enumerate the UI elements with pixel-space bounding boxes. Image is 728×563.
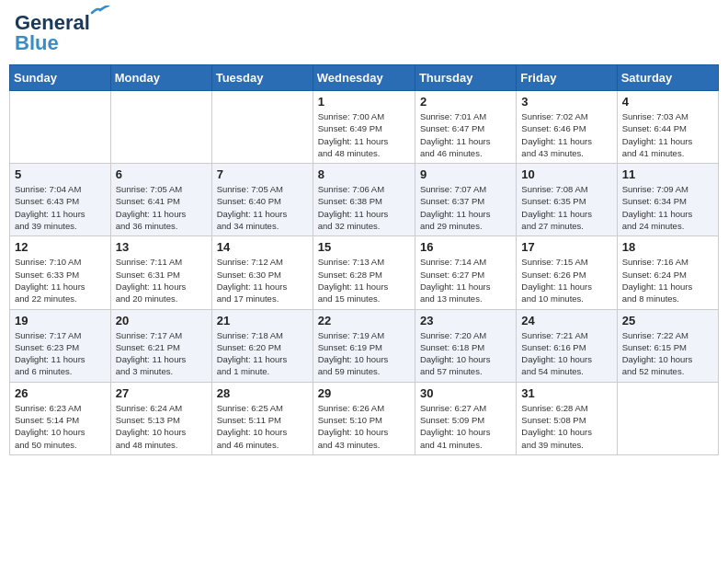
- logo: General Blue: [15, 13, 90, 53]
- calendar-cell: [10, 91, 111, 164]
- day-number: 10: [521, 167, 611, 181]
- day-info: Sunrise: 7:09 AM Sunset: 6:34 PM Dayligh…: [622, 183, 713, 232]
- page-header: General Blue: [9, 9, 719, 57]
- calendar-cell: 23Sunrise: 7:20 AM Sunset: 6:18 PM Dayli…: [415, 309, 516, 382]
- day-number: 21: [217, 314, 308, 327]
- calendar-cell: 19Sunrise: 7:17 AM Sunset: 6:23 PM Dayli…: [10, 309, 111, 382]
- calendar-week-row: 5Sunrise: 7:04 AM Sunset: 6:43 PM Daylig…: [10, 164, 719, 236]
- day-info: Sunrise: 7:19 AM Sunset: 6:19 PM Dayligh…: [318, 329, 410, 378]
- day-number: 31: [521, 386, 611, 400]
- calendar-cell: 3Sunrise: 7:02 AM Sunset: 6:46 PM Daylig…: [517, 91, 617, 164]
- day-info: Sunrise: 7:16 AM Sunset: 6:24 PM Dayligh…: [622, 256, 713, 304]
- day-number: 26: [15, 386, 106, 400]
- calendar-cell: 20Sunrise: 7:17 AM Sunset: 6:21 PM Dayli…: [110, 309, 211, 382]
- day-info: Sunrise: 7:03 AM Sunset: 6:44 PM Dayligh…: [622, 110, 713, 159]
- calendar-cell: 22Sunrise: 7:19 AM Sunset: 6:19 PM Dayli…: [313, 309, 415, 382]
- day-info: Sunrise: 7:07 AM Sunset: 6:37 PM Dayligh…: [420, 183, 511, 232]
- day-info: Sunrise: 6:25 AM Sunset: 5:11 PM Dayligh…: [217, 402, 308, 451]
- weekday-header: Thursday: [415, 65, 516, 91]
- day-info: Sunrise: 7:05 AM Sunset: 6:41 PM Dayligh…: [116, 183, 207, 232]
- day-info: Sunrise: 7:00 AM Sunset: 6:49 PM Dayligh…: [318, 110, 410, 159]
- day-number: 22: [318, 314, 410, 327]
- day-number: 13: [116, 240, 207, 254]
- day-info: Sunrise: 7:05 AM Sunset: 6:40 PM Dayligh…: [217, 183, 308, 232]
- day-number: 5: [15, 167, 106, 181]
- day-number: 14: [217, 240, 308, 254]
- calendar-cell: 12Sunrise: 7:10 AM Sunset: 6:33 PM Dayli…: [10, 236, 111, 309]
- day-info: Sunrise: 7:21 AM Sunset: 6:16 PM Dayligh…: [521, 329, 611, 378]
- day-number: 11: [622, 167, 713, 181]
- weekday-header: Sunday: [10, 65, 111, 91]
- calendar-cell: 4Sunrise: 7:03 AM Sunset: 6:44 PM Daylig…: [617, 91, 718, 164]
- calendar-cell: 21Sunrise: 7:18 AM Sunset: 6:20 PM Dayli…: [211, 309, 313, 382]
- calendar-cell: 28Sunrise: 6:25 AM Sunset: 5:11 PM Dayli…: [211, 382, 313, 454]
- day-info: Sunrise: 7:08 AM Sunset: 6:35 PM Dayligh…: [521, 183, 611, 232]
- calendar-cell: 2Sunrise: 7:01 AM Sunset: 6:47 PM Daylig…: [415, 91, 516, 164]
- day-number: 6: [116, 167, 207, 181]
- calendar-header-row: SundayMondayTuesdayWednesdayThursdayFrid…: [10, 65, 719, 91]
- calendar-week-row: 12Sunrise: 7:10 AM Sunset: 6:33 PM Dayli…: [10, 236, 719, 309]
- calendar-cell: 10Sunrise: 7:08 AM Sunset: 6:35 PM Dayli…: [517, 164, 617, 236]
- calendar-table: SundayMondayTuesdayWednesdayThursdayFrid…: [9, 64, 719, 455]
- logo-blue: Blue: [15, 33, 59, 53]
- calendar-cell: 26Sunrise: 6:23 AM Sunset: 5:14 PM Dayli…: [10, 382, 111, 454]
- calendar-cell: 13Sunrise: 7:11 AM Sunset: 6:31 PM Dayli…: [110, 236, 211, 309]
- weekday-header: Friday: [517, 65, 617, 91]
- day-number: 4: [622, 95, 713, 109]
- day-number: 8: [318, 167, 410, 181]
- day-info: Sunrise: 6:26 AM Sunset: 5:10 PM Dayligh…: [318, 402, 410, 451]
- calendar-cell: 27Sunrise: 6:24 AM Sunset: 5:13 PM Dayli…: [110, 382, 211, 454]
- day-info: Sunrise: 7:17 AM Sunset: 6:21 PM Dayligh…: [116, 329, 207, 378]
- day-info: Sunrise: 7:14 AM Sunset: 6:27 PM Dayligh…: [420, 256, 511, 304]
- weekday-header: Monday: [110, 65, 211, 91]
- day-info: Sunrise: 6:23 AM Sunset: 5:14 PM Dayligh…: [15, 402, 106, 451]
- day-number: 28: [217, 386, 308, 400]
- day-number: 19: [15, 314, 106, 327]
- day-info: Sunrise: 6:27 AM Sunset: 5:09 PM Dayligh…: [420, 402, 511, 451]
- day-info: Sunrise: 6:28 AM Sunset: 5:08 PM Dayligh…: [521, 402, 611, 451]
- calendar-cell: 1Sunrise: 7:00 AM Sunset: 6:49 PM Daylig…: [313, 91, 415, 164]
- day-number: 30: [420, 386, 511, 400]
- day-number: 24: [521, 314, 611, 327]
- day-info: Sunrise: 6:24 AM Sunset: 5:13 PM Dayligh…: [116, 402, 207, 451]
- calendar-cell: 5Sunrise: 7:04 AM Sunset: 6:43 PM Daylig…: [10, 164, 111, 236]
- day-info: Sunrise: 7:13 AM Sunset: 6:28 PM Dayligh…: [318, 256, 410, 304]
- day-number: 23: [420, 314, 511, 327]
- day-info: Sunrise: 7:22 AM Sunset: 6:15 PM Dayligh…: [622, 329, 713, 378]
- logo-general: General: [15, 11, 90, 34]
- day-number: 9: [420, 167, 511, 181]
- calendar-cell: 31Sunrise: 6:28 AM Sunset: 5:08 PM Dayli…: [517, 382, 617, 454]
- calendar-cell: 9Sunrise: 7:07 AM Sunset: 6:37 PM Daylig…: [415, 164, 516, 236]
- calendar-cell: 14Sunrise: 7:12 AM Sunset: 6:30 PM Dayli…: [211, 236, 313, 309]
- calendar-cell: [110, 91, 211, 164]
- day-number: 12: [15, 240, 106, 254]
- calendar-cell: 24Sunrise: 7:21 AM Sunset: 6:16 PM Dayli…: [517, 309, 617, 382]
- day-info: Sunrise: 7:18 AM Sunset: 6:20 PM Dayligh…: [217, 329, 308, 378]
- day-info: Sunrise: 7:17 AM Sunset: 6:23 PM Dayligh…: [15, 329, 106, 378]
- logo-bird-icon: [90, 6, 110, 20]
- day-info: Sunrise: 7:11 AM Sunset: 6:31 PM Dayligh…: [116, 256, 207, 304]
- day-number: 15: [318, 240, 410, 254]
- calendar-cell: [617, 382, 718, 454]
- calendar-cell: 11Sunrise: 7:09 AM Sunset: 6:34 PM Dayli…: [617, 164, 718, 236]
- calendar-week-row: 19Sunrise: 7:17 AM Sunset: 6:23 PM Dayli…: [10, 309, 719, 382]
- day-number: 2: [420, 95, 511, 109]
- calendar-cell: 30Sunrise: 6:27 AM Sunset: 5:09 PM Dayli…: [415, 382, 516, 454]
- calendar-cell: 7Sunrise: 7:05 AM Sunset: 6:40 PM Daylig…: [211, 164, 313, 236]
- calendar-cell: 17Sunrise: 7:15 AM Sunset: 6:26 PM Dayli…: [517, 236, 617, 309]
- calendar-cell: 6Sunrise: 7:05 AM Sunset: 6:41 PM Daylig…: [110, 164, 211, 236]
- day-info: Sunrise: 7:20 AM Sunset: 6:18 PM Dayligh…: [420, 329, 511, 378]
- weekday-header: Wednesday: [313, 65, 415, 91]
- day-info: Sunrise: 7:12 AM Sunset: 6:30 PM Dayligh…: [217, 256, 308, 304]
- calendar-week-row: 1Sunrise: 7:00 AM Sunset: 6:49 PM Daylig…: [10, 91, 719, 164]
- day-number: 18: [622, 240, 713, 254]
- weekday-header: Saturday: [617, 65, 718, 91]
- day-number: 7: [217, 167, 308, 181]
- calendar-cell: 15Sunrise: 7:13 AM Sunset: 6:28 PM Dayli…: [313, 236, 415, 309]
- day-info: Sunrise: 7:06 AM Sunset: 6:38 PM Dayligh…: [318, 183, 410, 232]
- day-info: Sunrise: 7:10 AM Sunset: 6:33 PM Dayligh…: [15, 256, 106, 304]
- calendar-cell: 8Sunrise: 7:06 AM Sunset: 6:38 PM Daylig…: [313, 164, 415, 236]
- calendar-cell: 29Sunrise: 6:26 AM Sunset: 5:10 PM Dayli…: [313, 382, 415, 454]
- day-number: 3: [521, 95, 611, 109]
- day-number: 16: [420, 240, 511, 254]
